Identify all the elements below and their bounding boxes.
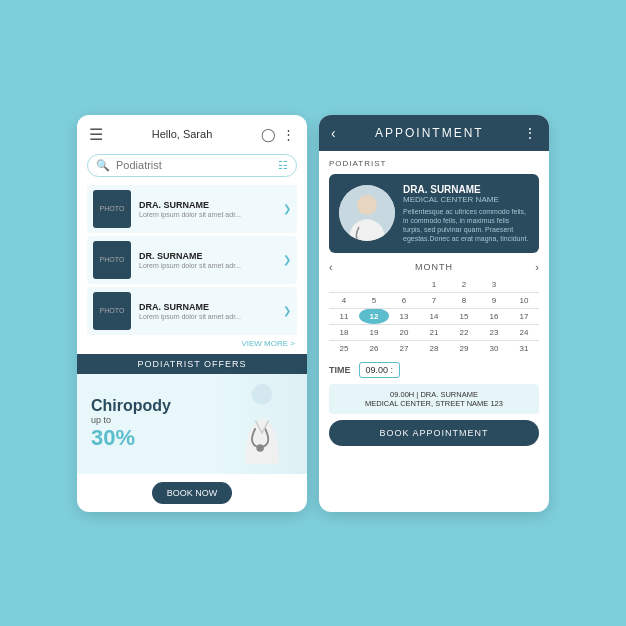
doctor-desc-2: Lorem ipsum dolor sit amet adr... <box>139 262 275 269</box>
calendar-nav: ‹ MONTH › <box>329 261 539 273</box>
avatar-svg <box>339 185 395 241</box>
svg-point-0 <box>251 384 272 405</box>
cal-day[interactable]: 10 <box>509 292 539 308</box>
offers-header: PODIATRIST OFFERS <box>77 354 307 374</box>
cal-row-3: 11 12 13 14 15 16 17 <box>329 308 539 324</box>
left-screen: ☰ Hello, Sarah ◯ ⋮ 🔍 ☷ PHOTO DRA. SURNAM… <box>77 115 307 512</box>
cal-day[interactable]: 21 <box>419 324 449 340</box>
profile-name: DRA. SURNAME <box>403 184 529 195</box>
filter-icon[interactable]: ☷ <box>278 159 288 172</box>
profile-center: MEDICAL CENTER NAME <box>403 195 529 204</box>
card-arrow-2: ❯ <box>283 254 291 265</box>
doctor-list: PHOTO DRA. SURNAME Lorem ipsum dolor sit… <box>77 185 307 335</box>
cal-day[interactable]: 13 <box>389 308 419 324</box>
cal-day[interactable]: 27 <box>389 340 419 356</box>
doctor-desc-1: Lorem ipsum dolor sit amet adr... <box>139 211 275 218</box>
cal-day[interactable]: 11 <box>329 308 359 324</box>
cal-day[interactable]: 18 <box>329 324 359 340</box>
cal-day[interactable]: 26 <box>359 340 389 356</box>
cal-day[interactable]: 15 <box>449 308 479 324</box>
cal-day[interactable]: 16 <box>479 308 509 324</box>
cal-day[interactable]: 30 <box>479 340 509 356</box>
doctor-photo-2: PHOTO <box>93 241 131 279</box>
header-icons: ◯ ⋮ <box>261 127 295 142</box>
doctor-card-3[interactable]: PHOTO DRA. SURNAME Lorem ipsum dolor sit… <box>87 287 297 335</box>
cal-day[interactable]: 17 <box>509 308 539 324</box>
right-content: PODIATRIST DRA. SURNAME M <box>319 151 549 454</box>
cal-day[interactable]: 7 <box>419 292 449 308</box>
left-header: ☰ Hello, Sarah ◯ ⋮ <box>77 115 307 150</box>
offer-percent: 30% <box>91 425 171 451</box>
doctor-photo-3: PHOTO <box>93 292 131 330</box>
hamburger-icon[interactable]: ☰ <box>89 125 103 144</box>
time-row: TIME 09.00 : <box>329 362 539 378</box>
cal-next-button[interactable]: › <box>535 261 539 273</box>
cal-day[interactable]: 2 <box>449 277 479 293</box>
appt-info-text: 09.00H | DRA. SURNAMEMEDICAL CENTER, STR… <box>337 390 531 408</box>
right-screen: ‹ APPOINTMENT ⋮ PODIATRIST <box>319 115 549 512</box>
greeting-text: Hello, Sarah <box>152 128 213 140</box>
more-icon[interactable]: ⋮ <box>282 127 295 142</box>
doctor-avatar <box>339 185 395 241</box>
time-label: TIME <box>329 365 351 375</box>
more-options-icon[interactable]: ⋮ <box>523 125 537 141</box>
cal-day[interactable]: 1 <box>419 277 449 293</box>
cal-day[interactable]: 31 <box>509 340 539 356</box>
profile-description: Pellentesque ac ultrices commodo felis, … <box>403 207 529 243</box>
cal-day[interactable]: 4 <box>329 292 359 308</box>
book-appointment-button[interactable]: BOOK APPOINTMENT <box>329 420 539 446</box>
specialty-label: PODIATRIST <box>329 159 539 168</box>
svg-point-1 <box>256 444 264 452</box>
doctor-name-3: DRA. SURNAME <box>139 302 275 312</box>
doctor-profile-card: DRA. SURNAME MEDICAL CENTER NAME Pellent… <box>329 174 539 253</box>
offer-text: Chiropody up to 30% <box>91 397 171 451</box>
cal-day[interactable]: 19 <box>359 324 389 340</box>
doctor-name-2: DR. SURNAME <box>139 251 275 261</box>
doctor-card-1[interactable]: PHOTO DRA. SURNAME Lorem ipsum dolor sit… <box>87 185 297 233</box>
cal-day[interactable]: 14 <box>419 308 449 324</box>
doctor-profile-info: DRA. SURNAME MEDICAL CENTER NAME Pellent… <box>403 184 529 243</box>
cal-day[interactable]: 8 <box>449 292 479 308</box>
cal-prev-button[interactable]: ‹ <box>329 261 333 273</box>
doctor-desc-3: Lorem ipsum dolor sit amet adr... <box>139 313 275 320</box>
cal-day[interactable]: 6 <box>389 292 419 308</box>
right-header: ‹ APPOINTMENT ⋮ <box>319 115 549 151</box>
svg-point-3 <box>357 195 377 215</box>
cal-day[interactable]: 24 <box>509 324 539 340</box>
book-now-button[interactable]: BOOK NOW <box>152 482 232 504</box>
calendar-grid: 1 2 3 4 5 6 7 8 9 10 11 <box>329 277 539 356</box>
cal-day[interactable]: 25 <box>329 340 359 356</box>
user-icon[interactable]: ◯ <box>261 127 276 142</box>
view-more-link[interactable]: VIEW MORE > <box>89 339 295 348</box>
cal-day[interactable]: 5 <box>359 292 389 308</box>
cal-day[interactable]: 3 <box>479 277 509 293</box>
doctor-info-2: DR. SURNAME Lorem ipsum dolor sit amet a… <box>139 251 275 269</box>
cal-day[interactable]: 20 <box>389 324 419 340</box>
cal-day[interactable]: 28 <box>419 340 449 356</box>
search-input[interactable] <box>116 159 272 171</box>
card-arrow-1: ❯ <box>283 203 291 214</box>
offer-title: Chiropody <box>91 397 171 415</box>
doctor-silhouette-svg <box>230 381 295 466</box>
search-icon: 🔍 <box>96 159 110 172</box>
offer-up-to: up to <box>91 415 171 425</box>
cal-day[interactable]: 23 <box>479 324 509 340</box>
time-value[interactable]: 09.00 : <box>359 362 401 378</box>
offer-doctor-image <box>217 374 307 474</box>
doctor-name-1: DRA. SURNAME <box>139 200 275 210</box>
cal-day[interactable]: 29 <box>449 340 479 356</box>
cal-day-today[interactable]: 12 <box>359 308 389 324</box>
offer-banner: Chiropody up to 30% <box>77 374 307 474</box>
doctor-card-2[interactable]: PHOTO DR. SURNAME Lorem ipsum dolor sit … <box>87 236 297 284</box>
right-title: APPOINTMENT <box>336 126 523 140</box>
cal-row-5: 25 26 27 28 29 30 31 <box>329 340 539 356</box>
appointment-info: 09.00H | DRA. SURNAMEMEDICAL CENTER, STR… <box>329 384 539 414</box>
cal-day <box>329 277 359 293</box>
cal-day[interactable]: 9 <box>479 292 509 308</box>
cal-day <box>389 277 419 293</box>
cal-row-2: 4 5 6 7 8 9 10 <box>329 292 539 308</box>
search-bar[interactable]: 🔍 ☷ <box>87 154 297 177</box>
cal-day[interactable]: 22 <box>449 324 479 340</box>
doctor-photo-1: PHOTO <box>93 190 131 228</box>
cal-day <box>359 277 389 293</box>
